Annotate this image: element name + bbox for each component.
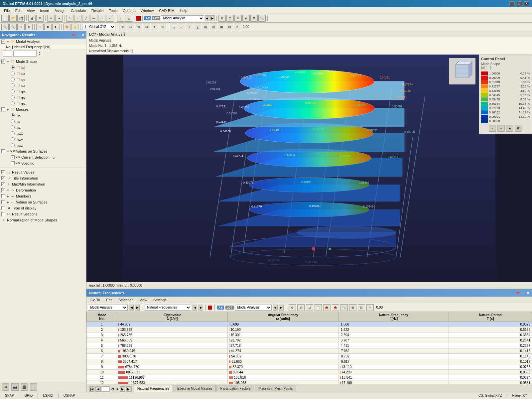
- snap-item[interactable]: SNAP: [3, 393, 16, 398]
- load-button[interactable]: ↓: [117, 15, 124, 22]
- tab-mesh-masses[interactable]: Masses in Mesh Points: [255, 385, 297, 392]
- nav-specific-checkbox[interactable]: [11, 161, 15, 165]
- legend-btn4[interactable]: ⊞: [515, 125, 522, 132]
- results-btn2[interactable]: 📈: [178, 24, 185, 30]
- nav-mm-checkbox[interactable]: [1, 182, 5, 186]
- results-btn5[interactable]: ▤: [202, 24, 209, 30]
- bottom-min-icon[interactable]: —: [521, 291, 525, 295]
- menu-file[interactable]: File: [1, 8, 13, 13]
- menu-tools[interactable]: Tools: [106, 8, 120, 13]
- nav-def-checkbox[interactable]: [1, 188, 5, 192]
- nav-phiy-item[interactable]: 📋 φy: [0, 94, 86, 100]
- menu-assign[interactable]: Assign: [52, 8, 68, 13]
- nav-uz-item[interactable]: 📋 uz: [0, 82, 86, 88]
- nav-minimize-icon[interactable]: —: [77, 33, 80, 37]
- nav-rs-checkbox[interactable]: [1, 212, 5, 216]
- nav-u-radio[interactable]: [11, 66, 15, 69]
- light-btn[interactable]: 💡: [71, 24, 78, 30]
- nav-mx-item[interactable]: mx: [0, 112, 86, 118]
- snap-btn6[interactable]: ⊗: [159, 24, 166, 30]
- nav-my-item[interactable]: my: [0, 118, 86, 124]
- bottom-tool2[interactable]: ⊗: [297, 304, 305, 311]
- next-lc-button[interactable]: ▶: [210, 15, 215, 21]
- nav-close-icon[interactable]: ✕: [81, 33, 84, 37]
- nav-values-surfaces2[interactable]: ▶ ▭ Values on Surfaces: [0, 199, 86, 205]
- print-button[interactable]: 🖨: [28, 15, 36, 22]
- nav-title-info[interactable]: 📝 Title Information: [0, 175, 86, 181]
- bottom-freq-select[interactable]: Natural Frequencies: [145, 305, 191, 311]
- tab-natural-freq[interactable]: Natural Frequencies: [134, 385, 173, 392]
- bottom-tool4[interactable]: 📋: [315, 304, 322, 311]
- nav-vs2-expand[interactable]: ▶: [6, 200, 10, 204]
- bottom-tool7[interactable]: 🔍: [340, 304, 348, 311]
- nav-mode-shape-checkbox[interactable]: [1, 60, 5, 64]
- zoom-in-button[interactable]: 🔍: [1, 24, 9, 30]
- nav-uy-item[interactable]: 📋 uy: [0, 76, 86, 82]
- table-row[interactable]: 7 3009.870 54.862 8.732 0.1145: [87, 354, 532, 359]
- table-row[interactable]: 12 11677.583 108.063 17.199 0.0581: [87, 380, 532, 384]
- nav-specific-item[interactable]: ✕✕ Specific: [0, 160, 86, 166]
- col-natural[interactable]: Natural Frequencyf [Hz]: [338, 312, 449, 322]
- nav-td-checkbox[interactable]: [1, 206, 5, 210]
- table-row[interactable]: 11 11196.967 105.816 16.841 0.0594: [87, 375, 532, 380]
- nav-masses[interactable]: ▶ 📋 Masses: [0, 106, 86, 112]
- page-first-btn[interactable]: |◀: [89, 386, 94, 392]
- nav-mphix-radio[interactable]: [11, 131, 15, 135]
- freq-down-arrow[interactable]: ▼: [39, 54, 41, 56]
- nav-mem-expand[interactable]: ▶: [6, 195, 10, 198]
- nav-current-sel-item[interactable]: ✕✕ Current Selection: |u|: [0, 154, 86, 160]
- table-row[interactable]: 10 8072.021 89.844 14.299 0.0699: [87, 370, 532, 375]
- view-btn6[interactable]: 🔍: [258, 15, 266, 22]
- nav-deformation[interactable]: ▼ 〜 Deformation: [0, 187, 86, 193]
- freq-up-arrow[interactable]: ▲: [39, 51, 41, 54]
- minimize-button[interactable]: —: [509, 1, 515, 6]
- nav-uz-radio[interactable]: [11, 83, 15, 87]
- menu-options[interactable]: Options: [120, 8, 138, 13]
- bottom-prev-freq-btn[interactable]: ◀: [193, 305, 197, 311]
- save-button[interactable]: 💾: [17, 15, 25, 22]
- view-btn3[interactable]: ✕: [234, 15, 242, 22]
- view-btn5[interactable]: ⚙: [250, 15, 258, 22]
- bottom-menu-goto[interactable]: Go To: [88, 297, 103, 303]
- nav-maxmin-info[interactable]: ↕ Max/Min Information: [0, 181, 86, 187]
- snap-btn5[interactable]: ✦: [151, 24, 158, 30]
- bottom-modal-select[interactable]: Modal Analysis: [235, 305, 272, 311]
- bottom-prev-btn[interactable]: ◀: [129, 305, 134, 311]
- nav-phiz-radio[interactable]: [11, 101, 15, 105]
- nav-normalization[interactable]: ≈ Normalization of Mode Shapes: [0, 217, 86, 223]
- results-btn4[interactable]: ∑: [194, 24, 201, 30]
- menu-calculate[interactable]: Calculate: [68, 8, 89, 13]
- coord-system-select[interactable]: 1 - Global XYZ: [82, 24, 115, 30]
- table-row[interactable]: 3 265.735 16.301 2.594 0.3854: [87, 332, 532, 338]
- bottom-next-freq-btn[interactable]: ▶: [199, 305, 203, 311]
- nav-masses-checkbox[interactable]: [1, 107, 5, 111]
- osnap-item[interactable]: OSNAP: [61, 393, 77, 398]
- bottom-tool6[interactable]: 📥: [332, 304, 339, 311]
- table-row[interactable]: 1 44.882 6.699 1.066 0.9379: [87, 322, 532, 327]
- transparent-btn[interactable]: ◧: [52, 24, 60, 30]
- nav-mphiz-item[interactable]: mφz: [0, 142, 86, 148]
- page-number-input[interactable]: 1: [102, 386, 110, 392]
- nav-phix-radio[interactable]: [11, 89, 15, 93]
- surface-button[interactable]: ▭: [98, 15, 105, 22]
- bottom-next-modal-btn[interactable]: ▶: [279, 305, 284, 311]
- nav-arrow-icon[interactable]: →: [30, 383, 37, 391]
- view-btn1[interactable]: ⊞: [218, 15, 226, 22]
- menu-window[interactable]: Window: [138, 8, 156, 13]
- results-btn1[interactable]: 📊: [170, 24, 177, 30]
- nav-modal-analysis[interactable]: ▼ 📁 Modal Analysis: [0, 39, 86, 45]
- col-eigenvalue[interactable]: Eigenvalueλ [1/s²]: [117, 312, 228, 322]
- nav-members[interactable]: ▶ — Members: [0, 193, 86, 199]
- nav-mode-shape-expand[interactable]: ▼: [6, 60, 10, 63]
- table-row[interactable]: 5 768.289 27.718 4.411 0.2267: [87, 343, 532, 348]
- nav-mphix-item[interactable]: mφx: [0, 130, 86, 136]
- solid-button[interactable]: ▪: [106, 15, 113, 22]
- open-button[interactable]: 📂: [9, 15, 17, 22]
- bottom-menu-view[interactable]: View: [137, 297, 150, 303]
- page-next-btn[interactable]: ▶: [120, 386, 125, 392]
- maximize-button[interactable]: □: [517, 1, 522, 6]
- results-btn3[interactable]: Σ: [186, 24, 193, 30]
- nav-rv-checkbox[interactable]: [1, 170, 5, 174]
- member-button[interactable]: —: [90, 15, 97, 22]
- nav-mz-item[interactable]: mz: [0, 124, 86, 130]
